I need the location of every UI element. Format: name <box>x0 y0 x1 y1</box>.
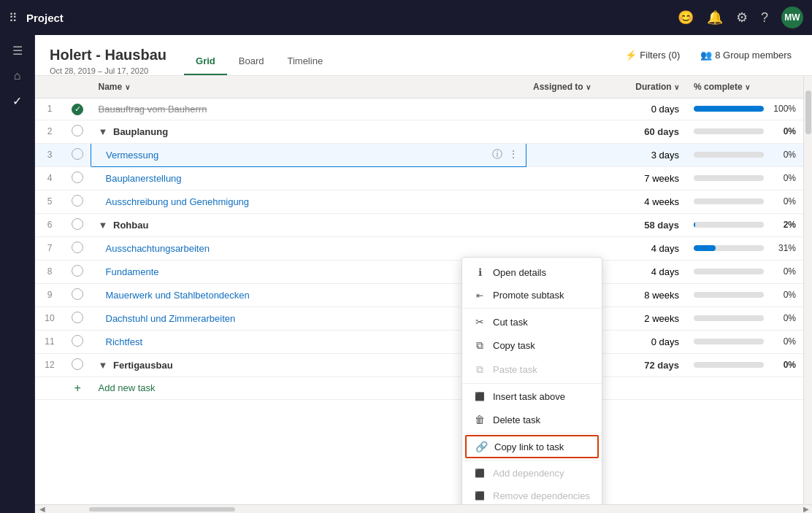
task-checkbox[interactable] <box>72 148 83 160</box>
col-duration-header[interactable]: Duration ∨ <box>613 76 686 99</box>
context-paste-task: ⧉ Paste task <box>462 358 602 382</box>
row-check[interactable] <box>64 283 91 306</box>
task-name-text[interactable]: Richtfest <box>106 336 143 347</box>
context-delete-task[interactable]: 🗑 Delete task <box>462 408 602 431</box>
task-checkbox[interactable] <box>72 312 83 323</box>
scrollbar-thumb-horizontal[interactable] <box>89 507 235 512</box>
task-checkbox[interactable] <box>72 171 83 183</box>
collapse-icon[interactable]: ▼ <box>99 126 108 137</box>
add-task-label-cell[interactable]: Add new task <box>91 377 804 399</box>
col-name-header[interactable]: Name ∨ <box>91 76 526 99</box>
row-duration: 3 days <box>613 143 686 166</box>
row-check[interactable] <box>64 190 91 213</box>
row-num: 1 <box>35 99 64 120</box>
task-checkbox[interactable] <box>72 265 83 277</box>
emoji-icon[interactable]: 😊 <box>678 9 694 26</box>
horizontal-scrollbar[interactable]: ◀ ▶ <box>35 504 812 513</box>
context-delete-label: Delete task <box>493 414 540 425</box>
task-checkbox[interactable] <box>72 242 83 253</box>
cut-icon: ✂ <box>474 316 486 328</box>
scroll-left-arrow[interactable]: ◀ <box>39 505 45 513</box>
settings-icon[interactable]: ⚙ <box>736 9 748 26</box>
task-name-text[interactable]: Bauplanerstellung <box>106 173 182 184</box>
add-task-row[interactable]: + Add new task <box>35 377 803 399</box>
task-checkbox[interactable] <box>72 288 83 300</box>
sidebar-home-icon[interactable]: ⌂ <box>14 69 21 82</box>
context-remove-dep-label: Remove dependencies <box>493 490 590 501</box>
tab-board[interactable]: Board <box>227 48 276 75</box>
row-duration: 58 days <box>613 213 686 236</box>
promote-icon: ⇤ <box>474 290 486 301</box>
sidebar-menu-icon[interactable]: ☰ <box>12 44 23 58</box>
bell-icon[interactable]: 🔔 <box>707 9 723 26</box>
add-task-plus-icon[interactable]: + <box>74 382 81 394</box>
tab-grid[interactable]: Grid <box>184 48 227 75</box>
task-name-text[interactable]: Ausschachtungsarbeiten <box>106 243 210 254</box>
row-check[interactable] <box>64 120 91 143</box>
scrollbar-thumb-vertical[interactable] <box>805 90 811 134</box>
task-checkbox[interactable] <box>72 358 83 370</box>
right-scrollbar[interactable] <box>803 76 812 504</box>
add-task-label[interactable]: Add new task <box>99 382 156 393</box>
task-group-name[interactable]: Rohbau <box>113 220 148 231</box>
add-task-check: + <box>64 377 91 399</box>
task-checkbox-done[interactable]: ✓ <box>72 104 83 115</box>
table-row: 4 Bauplanerstellung 7 weeks <box>35 166 803 190</box>
row-duration: 72 days <box>613 353 686 377</box>
nav-icons: 😊 🔔 ⚙ ? MW <box>678 7 803 28</box>
top-nav: ⠿ Project 😊 🔔 ⚙ ? MW <box>0 0 812 35</box>
row-check[interactable] <box>64 166 91 190</box>
col-num-header <box>35 76 64 99</box>
context-cut-task[interactable]: ✂ Cut task <box>462 310 602 333</box>
context-copy-task[interactable]: ⧉ Copy task <box>462 333 602 358</box>
group-members-button[interactable]: 👥 8 Group members <box>694 47 797 63</box>
row-name: Bauplanerstellung <box>91 166 526 190</box>
row-check[interactable]: ✓ <box>64 99 91 120</box>
apps-icon[interactable]: ⠿ <box>9 11 18 25</box>
project-title: Holert - Hausbau <box>50 47 166 63</box>
task-name-text[interactable]: Ausschreibung und Genehmigung <box>106 196 250 207</box>
row-duration: 7 weeks <box>613 166 686 190</box>
col-complete-header[interactable]: % complete ∨ <box>686 76 803 99</box>
sidebar-check-icon[interactable]: ✓ <box>12 94 22 108</box>
info-icon[interactable]: ⓘ <box>492 148 502 161</box>
collapse-icon[interactable]: ▼ <box>99 360 108 371</box>
col-assigned-header[interactable]: Assigned to ∨ <box>526 76 613 99</box>
task-name-text[interactable]: Mauerwerk und Stahlbetondecken <box>106 290 250 301</box>
tab-timeline[interactable]: Timeline <box>275 48 334 75</box>
task-name-text[interactable]: Dachstuhl und Zimmerarbeiten <box>106 313 236 324</box>
table-row: 5 Ausschreibung und Genehmigung 4 weeks <box>35 190 803 213</box>
more-icon[interactable]: ⋮ <box>508 148 518 161</box>
row-check[interactable] <box>64 213 91 236</box>
row-check[interactable] <box>64 330 91 353</box>
task-checkbox[interactable] <box>72 125 83 136</box>
row-check[interactable] <box>64 143 91 166</box>
pct-label: 0% <box>768 360 796 370</box>
row-check[interactable] <box>64 353 91 377</box>
task-name-text[interactable]: Bauauftrag vom Bauherrn <box>99 104 207 115</box>
task-group-name[interactable]: Bauplanung <box>113 126 168 137</box>
table-row: 2 ▼ Bauplanung 60 days <box>35 120 803 143</box>
avatar[interactable]: MW <box>781 7 803 28</box>
task-group-name[interactable]: Fertigausbau <box>113 360 173 371</box>
task-name-text[interactable]: Vermessung <box>106 150 158 161</box>
task-checkbox[interactable] <box>72 335 83 347</box>
filter-icon: ⚡ <box>625 50 637 61</box>
row-check[interactable] <box>64 236 91 260</box>
task-name-text[interactable]: Fundamente <box>106 266 159 277</box>
trash-icon: 🗑 <box>474 414 486 425</box>
task-checkbox[interactable] <box>72 218 83 230</box>
context-promote-subtask[interactable]: ⇤ Promote subtask <box>462 284 602 306</box>
collapse-icon[interactable]: ▼ <box>99 220 108 231</box>
help-icon[interactable]: ? <box>761 10 768 26</box>
scroll-right-arrow[interactable]: ▶ <box>803 505 809 513</box>
table-container: Name ∨ Assigned to ∨ Duration ∨ % comple… <box>35 76 812 504</box>
row-check[interactable] <box>64 306 91 330</box>
row-check[interactable] <box>64 260 91 283</box>
context-insert-task-above[interactable]: ⬛ Insert task above <box>462 385 602 408</box>
context-copy-link[interactable]: 🔗 Copy link to task <box>465 435 599 458</box>
filter-button[interactable]: ⚡ Filters (0) <box>619 47 686 63</box>
context-open-details[interactable]: ℹ Open details <box>462 261 602 284</box>
task-checkbox[interactable] <box>72 195 83 207</box>
context-remove-dependencies: ⬛ Remove dependencies <box>462 485 602 504</box>
